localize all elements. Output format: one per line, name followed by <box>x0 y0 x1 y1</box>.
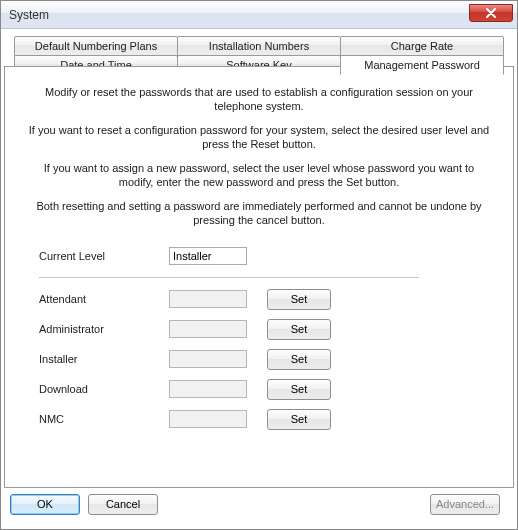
tab-management-password[interactable]: Management Password <box>340 55 504 75</box>
row-download: Download Set <box>39 374 419 404</box>
close-icon <box>485 8 497 18</box>
titlebar: System <box>1 1 517 29</box>
attendant-set-button[interactable]: Set <box>267 289 331 310</box>
nmc-set-button[interactable]: Set <box>267 409 331 430</box>
intro-p1: Modify or reset the passwords that are u… <box>25 85 493 113</box>
separator <box>39 277 419 278</box>
row-installer: Installer Set <box>39 344 419 374</box>
download-label: Download <box>39 383 169 395</box>
row-nmc: NMC Set <box>39 404 419 434</box>
password-form: Current Level Attendant Set Administrato… <box>39 241 419 434</box>
row-attendant: Attendant Set <box>39 284 419 314</box>
attendant-label: Attendant <box>39 293 169 305</box>
download-input[interactable] <box>169 380 247 398</box>
administrator-label: Administrator <box>39 323 169 335</box>
tab-panel-management-password: Modify or reset the passwords that are u… <box>4 66 514 488</box>
intro-text: Modify or reset the passwords that are u… <box>25 85 493 227</box>
client-area: Default Numbering Plans Installation Num… <box>0 28 518 530</box>
close-button[interactable] <box>469 4 513 22</box>
row-current-level: Current Level <box>39 241 419 271</box>
intro-p2: If you want to reset a configuration pas… <box>25 123 493 151</box>
advanced-button[interactable]: Advanced... <box>430 494 500 515</box>
installer-set-button[interactable]: Set <box>267 349 331 370</box>
ok-button[interactable]: OK <box>10 494 80 515</box>
bottom-bar: OK Cancel Advanced... <box>10 488 508 520</box>
row-administrator: Administrator Set <box>39 314 419 344</box>
tab-charge-rate[interactable]: Charge Rate <box>340 36 504 56</box>
tab-default-numbering-plans[interactable]: Default Numbering Plans <box>14 36 178 56</box>
download-set-button[interactable]: Set <box>267 379 331 400</box>
intro-p4: Both resetting and setting a password ar… <box>25 199 493 227</box>
cancel-button[interactable]: Cancel <box>88 494 158 515</box>
current-level-input[interactable] <box>169 247 247 265</box>
window-title: System <box>9 8 49 22</box>
attendant-input[interactable] <box>169 290 247 308</box>
intro-p3: If you want to assign a new password, se… <box>25 161 493 189</box>
tab-installation-numbers[interactable]: Installation Numbers <box>177 36 341 56</box>
nmc-input[interactable] <box>169 410 247 428</box>
administrator-input[interactable] <box>169 320 247 338</box>
installer-label: Installer <box>39 353 169 365</box>
nmc-label: NMC <box>39 413 169 425</box>
administrator-set-button[interactable]: Set <box>267 319 331 340</box>
current-level-label: Current Level <box>39 250 169 262</box>
installer-input[interactable] <box>169 350 247 368</box>
